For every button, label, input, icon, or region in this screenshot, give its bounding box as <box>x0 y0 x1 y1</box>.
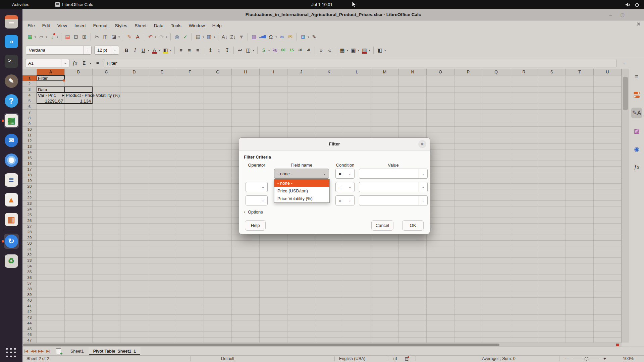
row-header-1[interactable]: 1 <box>22 75 37 81</box>
scrollbar-split-marker[interactable] <box>616 344 619 346</box>
insert-comment-button[interactable]: ✉ <box>286 33 294 41</box>
menu-styles[interactable]: Styles <box>111 22 131 29</box>
dialog-close-button[interactable]: ✕ <box>418 140 426 148</box>
chevron-down-icon[interactable]: ⌄ <box>61 59 69 67</box>
row-header-6[interactable]: 6 <box>22 104 37 110</box>
dropdown-item-price-volatility-[interactable]: Price Volatility (%) <box>274 195 329 202</box>
activities-button[interactable]: Activities <box>12 2 29 7</box>
system-status-area[interactable] <box>625 2 639 7</box>
row-header-37[interactable]: 37 <box>22 281 37 286</box>
chevron-down-icon[interactable]: ▾ <box>358 48 359 52</box>
condition-select-row1[interactable]: =⌄ <box>335 169 355 179</box>
chevron-down-icon[interactable]: ▾ <box>148 48 149 52</box>
export-pdf-button[interactable]: ▤ <box>63 33 72 41</box>
condition-select-row3[interactable]: =⌄ <box>335 195 355 205</box>
chevron-down-icon[interactable]: ⌄ <box>111 46 119 54</box>
show-applications-button[interactable] <box>6 348 17 358</box>
align-right-button[interactable]: ≡ <box>194 46 202 55</box>
chevron-down-icon[interactable]: ⌄ <box>419 169 427 178</box>
delete-decimal-button[interactable]: -0 <box>304 46 313 55</box>
insert-row-button[interactable]: ▤ <box>194 33 202 41</box>
operator-select-row3[interactable]: ⌄ <box>246 195 268 205</box>
row-header-46[interactable]: 46 <box>22 332 37 338</box>
row-header-11[interactable]: 11 <box>22 132 37 138</box>
row-header-39[interactable]: 39 <box>22 292 37 298</box>
row-header-10[interactable]: 10 <box>22 127 37 132</box>
ok-button[interactable]: OK <box>402 220 424 231</box>
menu-tools[interactable]: Tools <box>167 22 185 29</box>
chevron-down-icon[interactable]: ▾ <box>159 48 160 52</box>
zoom-slider[interactable] <box>573 359 599 359</box>
sidebar-settings-icon[interactable]: ≡ <box>631 71 642 82</box>
document-modified-icon[interactable]: ▤ <box>405 356 409 361</box>
row-header-21[interactable]: 21 <box>22 189 37 195</box>
add-sheet-button[interactable] <box>56 348 61 354</box>
show-draw-functions-button[interactable]: ✎ <box>310 33 318 41</box>
function-wizard-button[interactable]: ƒx <box>71 59 79 67</box>
formula-button[interactable]: = <box>94 59 102 67</box>
cell-B4[interactable]: Product - Price Volatility (%) <box>65 93 121 98</box>
cell-A4[interactable]: Var - Pric▶ <box>37 93 64 98</box>
menu-edit[interactable]: Edit <box>39 22 54 29</box>
insert-chart-button[interactable]: ▂▅▇ <box>258 33 267 41</box>
dock-item-terminal[interactable]: >_ <box>1 51 22 71</box>
chevron-down-icon[interactable]: ▾ <box>253 48 254 52</box>
row-header-47[interactable]: 47 <box>22 338 37 343</box>
operator-select-row2[interactable]: ⌄ <box>246 182 268 192</box>
conditional-formatting-button[interactable]: ◧ <box>376 46 384 55</box>
help-button[interactable]: Help <box>245 220 266 231</box>
menu-view[interactable]: View <box>54 22 71 29</box>
row-header-33[interactable]: 33 <box>22 258 37 263</box>
format-currency-button[interactable]: $ <box>260 46 268 55</box>
horizontal-scrollbar[interactable] <box>22 343 622 347</box>
chevron-down-icon[interactable]: ▾ <box>203 35 204 39</box>
menu-sheet[interactable]: Sheet <box>131 22 150 29</box>
chevron-down-icon[interactable]: ⌄ <box>83 46 91 54</box>
close-button[interactable]: ✕ <box>636 21 641 27</box>
column-header-L[interactable]: L <box>343 69 371 75</box>
functions-icon[interactable]: ƒx <box>631 162 642 173</box>
sort-ascending-button[interactable]: A↓ <box>220 33 229 41</box>
align-center-button[interactable]: ≡ <box>185 46 194 55</box>
chevron-down-icon[interactable]: ▾ <box>347 48 348 52</box>
menu-format[interactable]: Format <box>90 22 111 29</box>
align-top-button[interactable]: ↥ <box>206 46 215 55</box>
freeze-panes-button[interactable]: ⊞ <box>299 33 307 41</box>
autofilter-button[interactable]: ▼ <box>237 33 246 41</box>
column-header-N[interactable]: N <box>399 69 427 75</box>
font-name-combo[interactable]: Verdana ⌄ <box>26 46 92 55</box>
row-header-38[interactable]: 38 <box>22 286 37 292</box>
chevron-down-icon[interactable]: ▾ <box>35 35 36 39</box>
border-style-button[interactable]: ▣ <box>349 46 358 55</box>
chevron-down-icon[interactable]: ▾ <box>155 35 156 39</box>
highlight-color-button[interactable]: ◧ <box>161 46 170 55</box>
row-header-30[interactable]: 30 <box>22 241 37 246</box>
chevron-down-icon[interactable]: ▾ <box>90 61 91 65</box>
cell-A3[interactable]: Data <box>37 87 64 93</box>
cell-A5[interactable]: 12291.67 <box>37 98 64 104</box>
dock-item-libreoffice-calc[interactable]: ▦ <box>1 111 22 130</box>
vertical-scrollbar-thumb[interactable] <box>623 77 628 110</box>
zoom-in-button[interactable]: + <box>603 356 606 361</box>
borders-button[interactable]: ▦ <box>338 46 346 55</box>
menu-window[interactable]: Window <box>185 22 209 29</box>
column-header-A[interactable]: A <box>37 69 65 75</box>
row-header-26[interactable]: 26 <box>22 218 37 224</box>
column-header-D[interactable]: D <box>120 69 148 75</box>
spelling-button[interactable]: ✓ <box>181 33 190 41</box>
chevron-down-icon[interactable]: ▾ <box>170 48 171 52</box>
dock-item-thunderbird[interactable]: ✉ <box>1 130 22 150</box>
print-preview-button[interactable]: ⊞ <box>80 33 89 41</box>
chevron-down-icon[interactable]: ▾ <box>384 48 386 52</box>
row-header-41[interactable]: 41 <box>22 303 37 309</box>
column-header-I[interactable]: I <box>260 69 287 75</box>
wrap-text-button[interactable]: ↩ <box>236 46 244 55</box>
page-style[interactable]: Default <box>221 356 234 361</box>
column-header-T[interactable]: T <box>566 69 594 75</box>
field-name-select-row1[interactable]: - none -⌄ <box>274 169 329 179</box>
value-combo-row2[interactable]: ⌄ <box>359 182 428 192</box>
align-left-button[interactable]: ≡ <box>177 46 185 55</box>
chevron-down-icon[interactable]: ▾ <box>166 35 167 39</box>
dock-item-trash[interactable]: ♻ <box>1 251 22 271</box>
redo-button[interactable]: ↷ <box>157 33 166 41</box>
